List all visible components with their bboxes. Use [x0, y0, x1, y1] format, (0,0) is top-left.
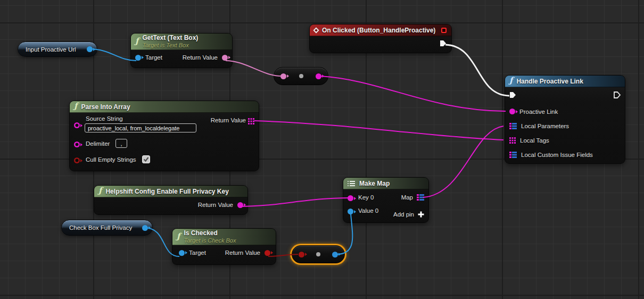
return-value-label: Return Value [225, 250, 260, 256]
pin-label-proactive-link: Proactive Link [519, 109, 558, 115]
node-title: Handle Proactive Link [516, 78, 583, 85]
wire-conversion-to-proactive-link[interactable] [320, 76, 506, 111]
node-title: Helpshift Config Enable Full Privacy Key [105, 188, 228, 195]
text-return-pin[interactable] [222, 55, 228, 61]
node-is-checked[interactable]: ƒ Is Checked Target is Check Box Target … [172, 228, 276, 265]
bool-input-pin[interactable] [299, 252, 304, 258]
conversion-dot-icon [316, 252, 320, 256]
target-pin[interactable] [179, 250, 185, 256]
key-0-label: Key 0 [358, 194, 374, 201]
wire-gettext-to-conversion[interactable] [226, 61, 281, 76]
delegate-pin-icon[interactable] [441, 28, 447, 33]
key-0-pin[interactable] [348, 195, 353, 201]
bool-return-pin[interactable] [265, 250, 270, 256]
wire-helpshift-to-key0[interactable] [240, 198, 348, 206]
string-input-pin[interactable] [509, 109, 515, 114]
target-pin[interactable] [135, 55, 141, 61]
conversion-dot-icon [299, 74, 303, 78]
return-value-label: Return Value [183, 54, 218, 61]
value-0-label: Value 0 [358, 207, 378, 214]
node-helpshift-config-enable-full-privacy-key[interactable]: ƒ Helpshift Config Enable Full Privacy K… [94, 185, 248, 215]
node-title: GetText (Text Box) [142, 35, 198, 42]
delimiter-pin[interactable] [74, 142, 80, 147]
return-value-label: Return Value [198, 202, 233, 208]
node-header[interactable]: ƒ Helpshift Config Enable Full Privacy K… [94, 186, 247, 197]
pin-label-local-tags: Local Tags [520, 137, 549, 144]
function-icon: ƒ [509, 77, 513, 85]
blueprint-canvas[interactable]: { "editor": "blueprint-graph", "colors":… [0, 0, 644, 299]
node-gettext[interactable]: ƒ GetText (Text Box) Target is Text Box … [130, 33, 233, 68]
node-handle-proactive-link[interactable]: ƒ Handle Proactive Link Proactive Link L… [505, 75, 625, 164]
value-0-pin[interactable] [348, 209, 353, 214]
map-output-pin-icon[interactable] [417, 194, 424, 201]
node-make-map[interactable]: Make Map Key 0 Map Value 0 Add pin [343, 177, 429, 223]
pin-label-local-custom-issue-fields: Local Custom Issue Fields [521, 152, 593, 158]
node-header[interactable]: ƒ GetText (Text Box) Target is Text Box [131, 34, 232, 50]
add-pin-label: Add pin [393, 211, 414, 218]
add-pin-button[interactable]: Add pin [393, 211, 424, 218]
node-title: Is Checked [184, 230, 236, 237]
array-return-pin-icon[interactable] [248, 118, 254, 124]
exec-out-pin[interactable] [613, 91, 621, 101]
node-subtitle: Target is Text Box [142, 42, 198, 49]
source-string-pin[interactable] [74, 122, 80, 128]
map-output-label: Map [401, 194, 413, 201]
plus-icon [418, 211, 424, 218]
variable-node-input-proactive-url[interactable]: Input Proactive Url [18, 41, 97, 57]
node-parse-into-array[interactable]: ƒ Parse Into Array Source String Return … [69, 101, 259, 171]
function-icon: ƒ [74, 102, 77, 110]
variable-label: Input Proactive Url [26, 46, 76, 53]
node-header[interactable]: ƒ Is Checked Target is Check Box [172, 229, 276, 245]
delimiter-label: Delimiter [86, 140, 110, 147]
variable-node-check-box-full-privacy[interactable]: Check Box Full Privacy [61, 220, 153, 236]
target-pin-label: Target [189, 250, 206, 256]
event-icon [313, 27, 319, 33]
map-pin-icon[interactable] [509, 123, 517, 129]
node-header[interactable]: On Clicked (Button_HandleProactive) [310, 24, 451, 36]
function-icon: ƒ [177, 232, 180, 240]
wire-parsearray-to-local-tags[interactable] [254, 121, 503, 140]
delimiter-input[interactable] [115, 139, 127, 148]
source-string-input[interactable] [85, 123, 196, 132]
function-icon: ƒ [135, 37, 138, 45]
node-header[interactable]: ƒ Parse Into Array [70, 101, 259, 113]
function-icon: ƒ [98, 187, 102, 195]
cull-checkbox-checked[interactable] [142, 155, 150, 163]
cull-empty-strings-label: Cull Empty Strings [86, 156, 136, 163]
map-pin-icon[interactable] [509, 152, 517, 158]
target-pin-label: Target [145, 54, 162, 61]
node-subtitle: Target is Check Box [184, 237, 236, 244]
cull-empty-strings-pin[interactable] [74, 157, 80, 163]
node-title: Parse Into Array [81, 103, 130, 111]
return-value-label: Return Value [211, 117, 246, 123]
variable-label: Check Box Full Privacy [69, 225, 132, 231]
node-header[interactable]: Make Map [343, 178, 428, 189]
node-on-clicked[interactable]: On Clicked (Button_HandleProactive) [309, 24, 452, 53]
pin-label-local-parameters: Local Parameters [521, 123, 569, 129]
source-string-label: Source String [86, 115, 123, 122]
array-pin-icon[interactable] [509, 137, 516, 144]
make-map-icon [348, 180, 356, 187]
exec-in-pin[interactable] [509, 91, 517, 101]
node-title: Make Map [359, 180, 390, 187]
node-header[interactable]: ƒ Handle Proactive Link [505, 76, 625, 87]
text-input-pin[interactable] [280, 73, 286, 79]
wire-onclicked-exec-to-handle-exec[interactable] [445, 45, 509, 96]
node-title: On Clicked (Button_HandleProactive) [322, 27, 435, 34]
